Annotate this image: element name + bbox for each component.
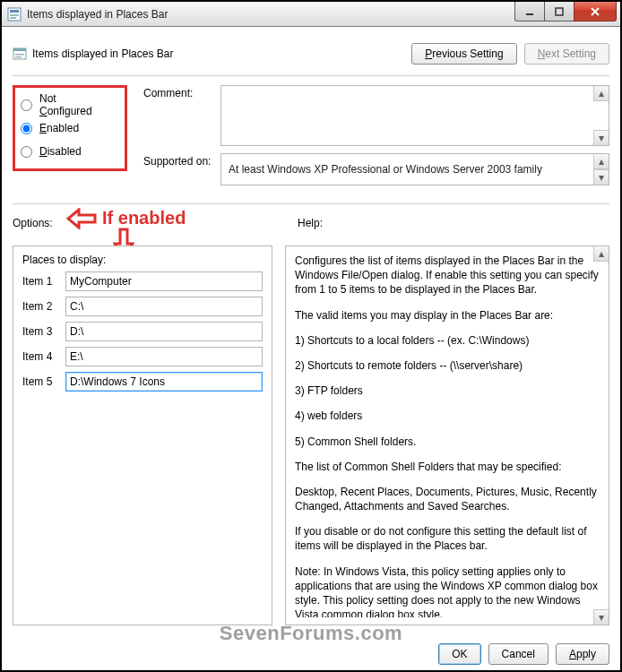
- scroll-down-icon[interactable]: ▾: [593, 130, 609, 145]
- help-label: Help:: [298, 217, 323, 229]
- help-text: Configures the list of items displayed i…: [295, 254, 600, 617]
- radio-not-configured[interactable]: [21, 99, 32, 111]
- item-5-input[interactable]: [65, 372, 263, 392]
- svg-rect-8: [15, 54, 24, 56]
- item-2-input[interactable]: [65, 297, 263, 316]
- options-pane: Places to display: Item 1 Item 2 Item 3 …: [13, 246, 272, 625]
- item-label: Item 3: [22, 325, 65, 338]
- separator: [13, 75, 609, 76]
- svg-rect-5: [556, 8, 563, 15]
- window-controls: [515, 2, 617, 22]
- item-row: Item 4: [22, 347, 263, 366]
- svg-rect-9: [15, 56, 22, 58]
- item-label: Item 1: [22, 275, 65, 288]
- item-row: Item 5: [22, 372, 263, 392]
- cancel-button[interactable]: Cancel: [488, 643, 549, 665]
- scroll-down-icon[interactable]: ▾: [593, 609, 609, 625]
- places-to-display-label: Places to display:: [22, 254, 263, 266]
- apply-button[interactable]: Apply: [556, 643, 609, 665]
- item-row: Item 3: [22, 322, 263, 341]
- page-title: Items displayed in Places Bar: [32, 47, 173, 60]
- ok-button[interactable]: OK: [438, 643, 480, 665]
- svg-rect-4: [526, 13, 533, 15]
- state-radio-group: Not Configured Enabled Disabled: [13, 85, 127, 171]
- scroll-up-icon[interactable]: ▴: [593, 246, 609, 262]
- item-row: Item 1: [22, 271, 263, 291]
- previous-setting-button[interactable]: Previous Setting: [411, 43, 516, 65]
- supported-on-box: At least Windows XP Professional or Wind…: [220, 153, 609, 185]
- arrow-left-icon: [66, 208, 97, 229]
- options-label: Options:: [13, 217, 66, 229]
- separator: [13, 203, 609, 204]
- svg-rect-2: [10, 14, 19, 16]
- maximize-button[interactable]: [544, 2, 574, 22]
- minimize-button[interactable]: [514, 2, 545, 22]
- item-1-input[interactable]: [65, 271, 263, 291]
- header-row: Items displayed in Places Bar Previous S…: [13, 36, 609, 72]
- titlebar: Items displayed in Places Bar: [2, 2, 620, 27]
- scroll-up-icon[interactable]: ▴: [593, 86, 609, 101]
- scroll-up-icon[interactable]: ▴: [593, 154, 609, 169]
- item-label: Item 2: [22, 300, 65, 313]
- item-label: Item 5: [22, 375, 65, 388]
- comment-label: Comment:: [143, 85, 220, 99]
- svg-rect-7: [13, 48, 26, 51]
- help-pane: Configures the list of items displayed i…: [285, 246, 609, 625]
- annotation-if-enabled: If enabled: [66, 208, 186, 229]
- close-button[interactable]: [574, 2, 617, 22]
- scroll-down-icon[interactable]: ▾: [593, 169, 609, 185]
- policy-icon: [13, 47, 27, 61]
- svg-rect-1: [10, 10, 19, 13]
- item-4-input[interactable]: [65, 347, 263, 366]
- dialog-buttons: OK Cancel Apply: [2, 643, 620, 665]
- next-setting-button[interactable]: Next Setting: [524, 43, 609, 65]
- comment-textarea[interactable]: ▴ ▾: [220, 85, 609, 146]
- app-icon: [7, 7, 22, 22]
- item-3-input[interactable]: [65, 322, 263, 341]
- radio-disabled-label[interactable]: Disabled: [39, 145, 82, 158]
- radio-not-configured-label[interactable]: Not Configured: [39, 92, 105, 117]
- supported-on-text: At least Windows XP Professional or Wind…: [229, 163, 542, 176]
- svg-rect-3: [10, 17, 16, 19]
- radio-enabled-label[interactable]: Enabled: [39, 122, 79, 134]
- supported-label: Supported on:: [143, 153, 220, 168]
- item-label: Item 4: [22, 350, 65, 363]
- radio-disabled[interactable]: [21, 146, 32, 158]
- item-row: Item 2: [22, 297, 263, 316]
- radio-enabled[interactable]: [21, 123, 32, 134]
